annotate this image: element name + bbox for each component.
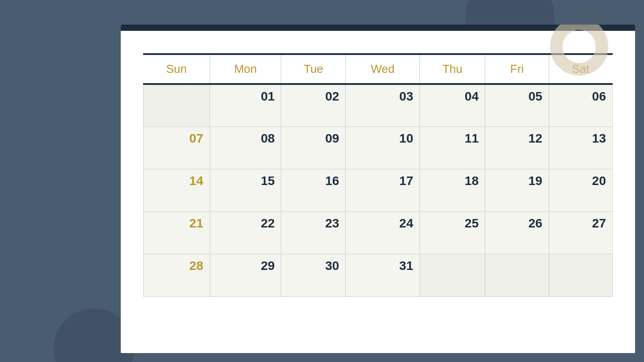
calendar-day: 28	[144, 254, 210, 296]
calendar-day: 27	[549, 211, 612, 254]
calendar-day: 08	[210, 126, 281, 169]
calendar-day: 26	[485, 211, 549, 254]
calendar-content: Sun Mon Tue Wed Thu Fri Sat 010203040506…	[121, 31, 635, 306]
col-fri: Fri	[485, 55, 549, 84]
calendar-week-row: 21222324252627	[144, 211, 613, 254]
calendar-week-row: 010203040506	[144, 84, 613, 126]
calendar-day: 17	[346, 169, 420, 211]
col-thu: Thu	[420, 55, 485, 84]
calendar-day: 29	[210, 254, 281, 296]
calendar-day: 01	[210, 84, 281, 126]
calendar-day: 24	[346, 211, 420, 254]
calendar-day: 30	[281, 254, 346, 296]
days-header-row: Sun Mon Tue Wed Thu Fri Sat	[144, 55, 613, 84]
calendar-day: 02	[281, 84, 346, 126]
calendar-day: 22	[210, 211, 281, 254]
calendar-day: 14	[144, 169, 210, 211]
calendar-day: 11	[420, 126, 485, 169]
calendar-day: 16	[281, 169, 346, 211]
calendar-day: 03	[346, 84, 420, 126]
calendar-day: 25	[420, 211, 485, 254]
calendar-day	[485, 254, 549, 296]
calendar-day: 21	[144, 211, 210, 254]
col-wed: Wed	[346, 55, 420, 84]
calendar-day	[144, 84, 210, 126]
calendar-day: 15	[210, 169, 281, 211]
calendar-day	[420, 254, 485, 296]
col-tue: Tue	[281, 55, 346, 84]
col-mon: Mon	[210, 55, 281, 84]
calendar-header	[143, 44, 613, 49]
calendar-day: 07	[144, 126, 210, 169]
sidebar	[0, 0, 94, 362]
calendar-day: 06	[549, 84, 612, 126]
calendar-day: 05	[485, 84, 549, 126]
calendar-day: 19	[485, 169, 549, 211]
calendar-day: 13	[549, 126, 612, 169]
col-sun: Sun	[144, 55, 210, 84]
calendar-day: 12	[485, 126, 549, 169]
calendar-day: 23	[281, 211, 346, 254]
calendar-table: Sun Mon Tue Wed Thu Fri Sat 010203040506…	[143, 55, 613, 297]
calendar-week-row: 28293031	[144, 254, 613, 296]
calendar-day: 18	[420, 169, 485, 211]
calendar-card: Sun Mon Tue Wed Thu Fri Sat 010203040506…	[121, 25, 635, 353]
calendar-day: 31	[346, 254, 420, 296]
calendar-week-row: 07080910111213	[144, 126, 613, 169]
calendar-day	[549, 254, 612, 296]
calendar-day: 04	[420, 84, 485, 126]
calendar-day: 20	[549, 169, 612, 211]
calendar-day: 09	[281, 126, 346, 169]
calendar-week-row: 14151617181920	[144, 169, 613, 211]
calendar-day: 10	[346, 126, 420, 169]
